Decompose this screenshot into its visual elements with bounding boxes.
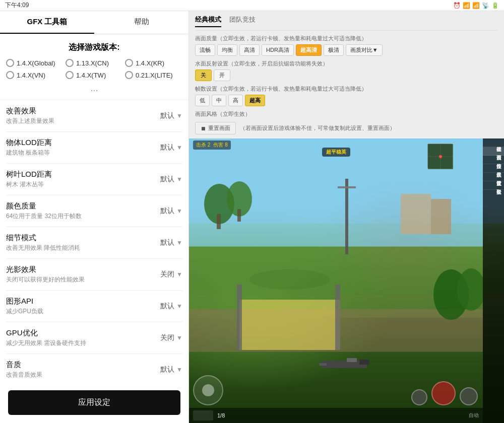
svg-rect-22 — [347, 358, 357, 362]
water-on-btn[interactable]: 开 — [214, 69, 230, 81]
radio-vn[interactable] — [6, 71, 14, 79]
setting-audio-value[interactable]: 默认 ▼ — [157, 365, 182, 374]
side-btn-controls[interactable]: 操作设置 — [483, 156, 504, 164]
setting-leaf-lod: 树叶LOD距离 树木 灌木丛等 默认 ▼ — [6, 164, 182, 195]
water-off-btn[interactable]: 关 — [195, 69, 212, 81]
fps-medium[interactable]: 中 — [212, 95, 226, 106]
jump-button[interactable] — [460, 387, 478, 405]
quality-custom[interactable]: 画质对比▼ — [346, 44, 383, 56]
setting-leaf-value[interactable]: 默认 ▼ — [157, 175, 182, 184]
minimap-svg — [428, 144, 453, 169]
side-btn-graphics[interactable]: 画面设置 — [483, 147, 504, 156]
more-dots[interactable]: ... — [6, 81, 182, 96]
setting-api-value[interactable]: 默认 ▼ — [157, 302, 182, 311]
svg-rect-23 — [359, 360, 369, 365]
setting-detail-value[interactable]: 默认 ▼ — [157, 238, 182, 247]
setting-detail-mode: 细节模式 改善无用效果 降低性能消耗 默认 ▼ — [6, 227, 182, 259]
graphics-quality-row: 画面质量（立即生效，若运行卡顿、发热量和耗电量过大可适当降低） 流畅 均衡 高清… — [195, 35, 498, 56]
setting-improve-effect-name: 改善效果 — [6, 106, 157, 116]
quality-ultra[interactable]: 超高清 — [296, 44, 322, 56]
setting-gpu-desc: 减少无用效果 需设备硬件支持 — [6, 339, 157, 347]
quality-extreme[interactable]: 极清 — [324, 44, 344, 56]
setting-light-effect: 光影效果 关闭可以获得更好的性能效果 关闭 ▼ — [6, 259, 182, 291]
tab-team[interactable]: 团队竞技 — [229, 15, 256, 27]
side-btn-sensitivity[interactable]: 灵敏度设置 — [483, 173, 504, 181]
right-panel: 经典模式 团队竞技 画面质量（立即生效，若运行卡顿、发热量和耗电量过大可适当降低… — [189, 11, 504, 423]
version-cn-label: 1.13.X(CN) — [76, 59, 109, 67]
game-bottom-bar: 1/8 自动 — [189, 408, 483, 423]
setting-light-name: 光影效果 — [6, 265, 157, 274]
version-cn[interactable]: 1.13.X(CN) — [66, 59, 123, 67]
fps-ultra[interactable]: 超高 — [245, 95, 265, 106]
tab-help[interactable]: 帮助 — [94, 11, 188, 34]
side-btn-basic[interactable]: 基础设置 — [483, 138, 504, 147]
radio-global[interactable] — [6, 59, 14, 67]
signal-icon-2: 📶 — [472, 2, 480, 9]
radio-tw[interactable] — [66, 71, 74, 79]
setting-improve-effect-desc: 改善上述质量效果 — [6, 117, 157, 125]
settings-list: 改善效果 改善上述质量效果 默认 ▼ 物体LOD距离 建筑物 板条箱等 默认 ▼ — [0, 100, 188, 384]
crouch-button[interactable] — [411, 389, 427, 405]
header-tabs: GFX 工具箱 帮助 — [0, 11, 188, 34]
setting-graphics-api: 图形API 减少GPU负载 默认 ▼ — [6, 291, 182, 322]
version-lite-label: 0.21.X(LITE) — [136, 72, 173, 79]
minimap — [427, 144, 453, 169]
setting-color-value[interactable]: 默认 ▼ — [157, 206, 182, 216]
setting-lod-value[interactable]: 默认 ▼ — [157, 143, 182, 152]
version-section: 选择游戏版本: 1.4.X(Global) 1.13.X(CN) 1.4.X(K… — [0, 34, 188, 100]
left-panel: GFX 工具箱 帮助 选择游戏版本: 1.4.X(Global) 1.13.X(… — [0, 11, 189, 423]
framerate-buttons: 低 中 高 超高 — [195, 95, 498, 106]
auto-label: 自动 — [469, 412, 479, 419]
setting-audio: 音质 改善音质效果 默认 ▼ — [6, 354, 182, 384]
framerate-label: 帧数设置（立即生效，若运行卡顿、发热量和耗电量过大可适当降低） — [195, 85, 498, 93]
radio-kr[interactable] — [125, 59, 133, 67]
fps-high[interactable]: 高 — [228, 95, 243, 106]
water-toggle-row: 关 开 — [195, 69, 498, 81]
fire-button[interactable] — [431, 381, 456, 405]
radio-lite[interactable] — [125, 71, 133, 79]
hud-score: 击杀 2 伤害 8 — [193, 140, 231, 150]
style-row: 画面风格（立即生效） — [195, 110, 498, 118]
radio-cn[interactable] — [66, 59, 74, 67]
hud-kills-label: 击杀 2 — [196, 142, 210, 149]
reset-note: （若画面设置后游戏体验不佳，可常做复制此设置、重置画面） — [240, 124, 395, 132]
side-btn-pickup[interactable]: 拾取设置 — [483, 181, 504, 190]
setting-improve-effect: 改善效果 改善上述质量效果 默认 ▼ — [6, 100, 182, 132]
version-global[interactable]: 1.4.X(Global) — [6, 59, 64, 67]
setting-gpu-name: GPU优化 — [6, 328, 157, 338]
reset-button[interactable]: ⏹ 重置画面 — [195, 122, 236, 134]
joystick-inner — [202, 384, 214, 396]
weapon-icon — [193, 410, 213, 420]
quality-smooth[interactable]: 流畅 — [195, 44, 215, 56]
chevron-down-icon: ▼ — [176, 366, 182, 373]
apply-button[interactable]: 应用设定 — [8, 390, 180, 415]
side-settings-panel: 基础设置 画面设置 操作设置 载具设置 灵敏度设置 拾取设置 — [483, 138, 504, 423]
scoreboard: 超平稳英 — [322, 148, 350, 157]
version-kr[interactable]: 1.4.X(KR) — [125, 59, 182, 67]
chevron-down-icon: ▼ — [176, 334, 182, 341]
version-tw[interactable]: 1.4.X(TW) — [66, 71, 123, 79]
reset-icon: ⏹ — [201, 125, 206, 131]
setting-detail-name: 细节模式 — [6, 233, 157, 243]
version-lite[interactable]: 0.21.X(LITE) — [125, 71, 182, 79]
right-controls — [411, 381, 478, 405]
tab-gfx[interactable]: GFX 工具箱 — [0, 11, 94, 34]
quality-balanced[interactable]: 均衡 — [217, 44, 237, 56]
quality-high[interactable]: 高清 — [239, 44, 260, 56]
setting-leaf-name: 树叶LOD距离 — [6, 170, 157, 179]
ammo-display: 1/8 — [217, 412, 225, 418]
setting-light-value[interactable]: 关闭 ▼ — [157, 270, 182, 279]
setting-color-desc: 64位用于质量 32位用于帧数 — [6, 212, 157, 221]
setting-improve-effect-value[interactable]: 默认 ▼ — [157, 111, 182, 120]
side-btn-tools[interactable]: 载具设置 — [483, 164, 504, 173]
ranking-display: 超平稳英 — [326, 149, 346, 156]
tab-classic[interactable]: 经典模式 — [195, 15, 221, 27]
game-screen: 击杀 2 伤害 8 超平稳英 — [189, 138, 504, 423]
fps-low[interactable]: 低 — [195, 95, 210, 106]
movement-joystick[interactable] — [193, 375, 223, 405]
version-tw-label: 1.4.X(TW) — [76, 72, 106, 79]
quality-hdr[interactable]: HDR高清 — [262, 44, 294, 56]
version-vn[interactable]: 1.4.X(VN) — [6, 71, 64, 79]
version-vn-label: 1.4.X(VN) — [17, 72, 45, 79]
setting-gpu-value[interactable]: 关闭 ▼ — [157, 333, 182, 342]
